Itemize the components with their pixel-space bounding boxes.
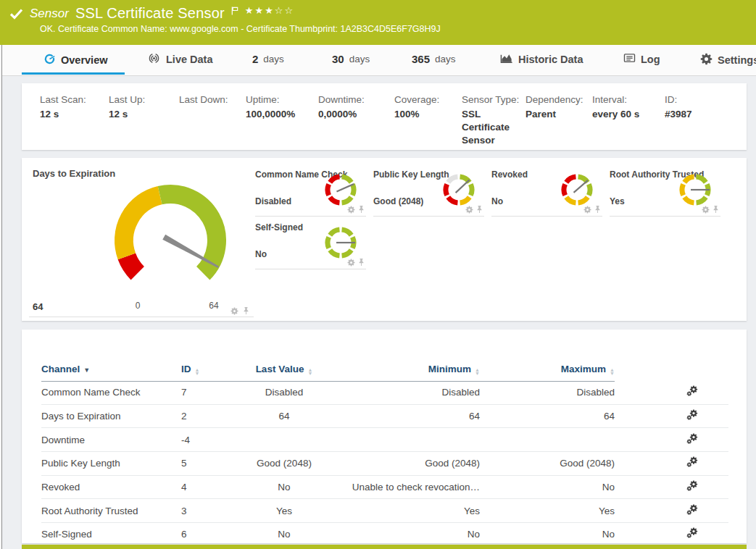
cell-c2: 4 (181, 482, 236, 493)
gauge-icon (43, 53, 56, 67)
cell-actions (615, 385, 728, 399)
object-kind-label: Sensor (30, 7, 69, 21)
cell-c3: Disabled (236, 387, 333, 398)
tab-label: Settings (718, 54, 756, 66)
cell-c1: Self-Signed (41, 529, 181, 540)
pin-icon[interactable] (476, 205, 483, 214)
tab-label: days (349, 54, 370, 64)
table-header-row: Channel▼ID▲▼Last Value▲▼Minimum▲▼Maximum… (41, 357, 728, 381)
column-header-maximum[interactable]: Maximum▲▼ (480, 357, 615, 382)
gauge-tile-value: Good (2048) (373, 196, 423, 206)
tab-label: Log (641, 54, 660, 65)
sensor-info-bar: Last Scan:12 sLast Up:12 sLast Down:Upti… (22, 83, 747, 150)
info-value: 0,0000% (318, 108, 394, 121)
cell-c2: 2 (181, 411, 236, 422)
tab-overview[interactable]: Overview (43, 53, 108, 67)
cell-c1: Common Name Check (41, 387, 181, 398)
gauge-tile-self-signed: Self-SignedNo (255, 217, 366, 269)
pin-icon[interactable] (594, 205, 601, 214)
gear-small-icon[interactable] (347, 259, 355, 267)
pin-icon[interactable] (243, 306, 249, 315)
flag-icon[interactable] (230, 6, 239, 16)
gauge-scale-max: 64 (203, 301, 225, 311)
info-uptime: Uptime:100,0000% (246, 94, 318, 150)
gear-small-icon[interactable] (583, 206, 591, 214)
info-label: Dependency: (526, 94, 592, 105)
table-row-root-authority-trusted[interactable]: Root Authority Trusted3YesYesYes (41, 499, 728, 523)
info-label: Downtime: (318, 94, 394, 105)
tab-label: Live Data (166, 54, 212, 65)
tab-range-number: 365 (412, 53, 430, 65)
table-row-days-to-expiration[interactable]: Days to Expiration2646464 (41, 405, 728, 429)
gauge-tile-value: No (491, 196, 503, 206)
tab-historic-data[interactable]: Historic Data (500, 53, 583, 66)
tab-range-number: 30 (332, 53, 344, 65)
cell-actions (615, 433, 728, 447)
table-row-self-signed[interactable]: Self-Signed6NoNoNo (41, 523, 728, 547)
cell-actions (615, 480, 728, 494)
live-icon (147, 53, 161, 66)
secondary-gauge-tiles: Common Name CheckDisabledPublic Key Leng… (255, 164, 720, 269)
tab-30-days[interactable]: 30days (332, 53, 370, 65)
ok-check-icon (9, 8, 23, 20)
column-header-minimum[interactable]: Minimum▲▼ (333, 357, 480, 382)
sensor-tab-bar: OverviewLive Data2days30days365daysHisto… (0, 45, 756, 76)
table-row-common-name-check[interactable]: Common Name Check7DisabledDisabledDisabl… (41, 381, 728, 405)
gauge-tile-revoked: RevokedNo (491, 164, 602, 217)
gauge-scale-min: 0 (129, 301, 146, 311)
gear-small-icon[interactable] (347, 206, 355, 214)
cell-c4: Disabled (333, 387, 480, 398)
channel-settings-icon[interactable] (686, 456, 698, 468)
table-row-downtime[interactable]: Downtime-4 (41, 428, 728, 452)
cell-c1: Downtime (41, 435, 181, 445)
channel-settings-icon[interactable] (686, 385, 698, 397)
pin-icon[interactable] (713, 205, 719, 214)
gauge-tile-actions (347, 258, 365, 267)
tab-2-days[interactable]: 2days (252, 53, 284, 65)
info-value: 100% (394, 108, 462, 121)
sort-desc-icon: ▼ (83, 364, 90, 374)
column-header-actions (615, 357, 728, 381)
channel-settings-icon[interactable] (686, 409, 698, 421)
tab-label: Overview (61, 54, 108, 66)
primary-channel-gauge-panel: Days to Expiration 64 0 64 (29, 164, 254, 317)
tab-365-days[interactable]: 365days (412, 53, 456, 65)
info-last-up: Last Up:12 s (109, 94, 179, 150)
gauge-tile-title: Self-Signed (255, 222, 303, 232)
column-header-channel[interactable]: Channel▼ (41, 357, 181, 382)
cell-c5: Yes (480, 506, 615, 516)
table-row-revoked[interactable]: Revoked4NoUnable to check revocation…No (41, 476, 728, 500)
pin-icon[interactable] (358, 258, 365, 267)
gear-small-icon[interactable] (702, 206, 710, 214)
tab-settings[interactable]: Settings (700, 53, 756, 67)
channel-settings-icon[interactable] (686, 480, 698, 492)
info-label: Last Scan: (40, 94, 109, 105)
gauge-tile-public-key-length: Public Key LengthGood (2048) (373, 164, 484, 217)
self-signed-gauge (324, 226, 357, 259)
channel-settings-icon[interactable] (686, 527, 698, 539)
root-authority-trusted-gauge (678, 173, 712, 206)
channel-settings-icon[interactable] (686, 433, 698, 445)
info-value: #3987 (665, 108, 715, 121)
tab-live-data[interactable]: Live Data (147, 53, 212, 66)
pin-icon[interactable] (358, 205, 365, 214)
active-tab-underline (22, 72, 125, 75)
sort-toggle-icon: ▲▼ (195, 363, 200, 375)
primary-gauge-title: Days to Expiration (33, 168, 115, 179)
chart-icon (500, 53, 513, 66)
tab-log[interactable]: Log (623, 53, 660, 65)
channel-settings-icon[interactable] (686, 504, 698, 516)
column-header-label: ID (181, 364, 191, 374)
gear-small-icon[interactable] (230, 307, 238, 315)
table-row-public-key-length[interactable]: Public Key Length5Good (2048)Good (2048)… (41, 452, 728, 476)
public-key-length-gauge (442, 173, 475, 206)
tab-label: Historic Data (518, 54, 583, 65)
info-label: Last Down: (179, 94, 246, 105)
priority-stars[interactable]: ★★★☆☆ (245, 5, 294, 16)
gear-small-icon[interactable] (465, 206, 473, 214)
sensor-status-message: OK. Certificate Common Name: www.google.… (0, 24, 756, 34)
column-header-id[interactable]: ID▲▼ (181, 357, 236, 382)
column-header-last-value[interactable]: Last Value▲▼ (236, 357, 333, 382)
gauge-tile-actions (583, 205, 601, 214)
info-label: Sensor Type: (462, 94, 526, 105)
